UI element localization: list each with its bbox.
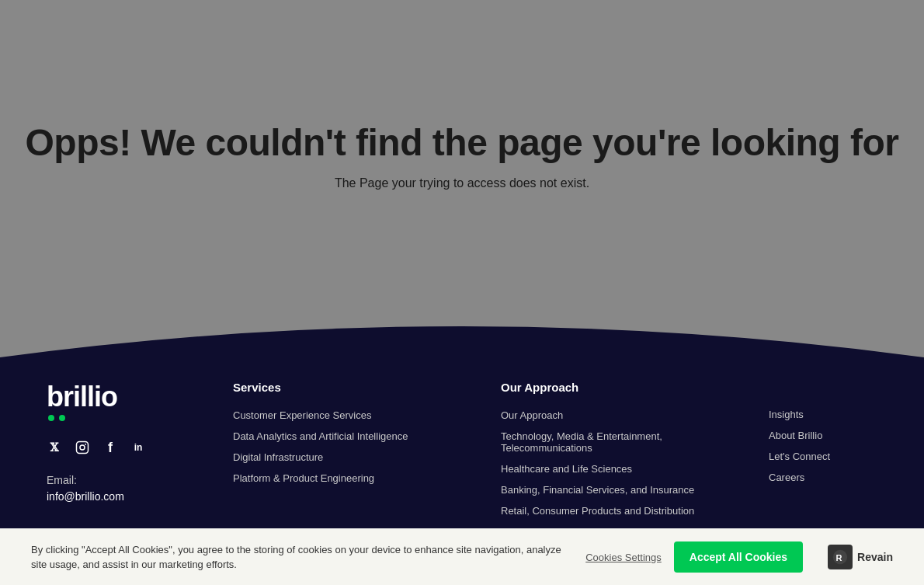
footer-link-healthcare[interactable]: Healthcare and Life Sciences xyxy=(501,463,738,475)
footer: brillio 𝕏 xyxy=(0,357,924,557)
logo-dots-row xyxy=(47,415,117,421)
error-page-main: Opps! We couldn't find the page you're l… xyxy=(0,0,924,295)
logo-dot-1 xyxy=(48,415,54,421)
footer-link-careers[interactable]: Careers xyxy=(769,472,877,483)
logo-block: brillio xyxy=(47,381,117,421)
footer-link-customer-experience[interactable]: Customer Experience Services xyxy=(233,409,470,421)
footer-services-col: Services Customer Experience Services Da… xyxy=(233,381,470,526)
footer-link-data-analytics[interactable]: Data Analytics and Artificial Intelligen… xyxy=(233,430,470,442)
footer-logo-col: brillio 𝕏 xyxy=(47,381,202,526)
footer-link-retail[interactable]: Retail, Consumer Products and Distributi… xyxy=(501,505,738,517)
brillio-logo[interactable]: brillio xyxy=(47,381,202,421)
revain-icon: R xyxy=(828,545,853,569)
revain-logo-svg: R xyxy=(832,548,849,566)
error-subtext: The Page your trying to access does not … xyxy=(335,176,589,190)
cookie-actions: Cookies Settings Accept All Cookies R Re… xyxy=(585,541,893,573)
cookie-text: By clicking "Accept All Cookies", you ag… xyxy=(31,542,575,573)
svg-text:R: R xyxy=(836,553,842,562)
footer-link-connect[interactable]: Let's Connect xyxy=(769,451,877,462)
linkedin-icon[interactable]: in xyxy=(130,440,146,455)
cookie-banner: By clicking "Accept All Cookies", you ag… xyxy=(0,528,924,585)
cookie-settings-button[interactable]: Cookies Settings xyxy=(585,552,662,563)
svg-rect-0 xyxy=(77,442,89,454)
footer-arch xyxy=(0,295,924,357)
footer-inner: brillio 𝕏 xyxy=(47,381,877,526)
revain-badge: R Revain xyxy=(828,545,893,569)
footer-link-insights[interactable]: Insights xyxy=(769,409,877,420)
email-link[interactable]: info@brillio.com xyxy=(47,490,124,503)
error-heading: Opps! We couldn't find the page you're l… xyxy=(26,121,899,164)
logo-row: brillio xyxy=(47,381,117,413)
footer-link-our-approach[interactable]: Our Approach xyxy=(501,409,738,421)
footer-link-about[interactable]: About Brillio xyxy=(769,430,877,441)
accept-all-cookies-button[interactable]: Accept All Cookies xyxy=(674,541,803,573)
footer-right-col: Insights About Brillio Let's Connect Car… xyxy=(769,381,877,526)
social-icons: 𝕏 f in xyxy=(47,440,202,455)
approach-title: Our Approach xyxy=(501,381,738,394)
email-label: Email: xyxy=(47,474,202,486)
right-links-spacer: Insights About Brillio Let's Connect Car… xyxy=(769,409,877,483)
footer-link-digital-infrastructure[interactable]: Digital Infrastructure xyxy=(233,451,470,463)
facebook-icon[interactable]: f xyxy=(102,440,118,455)
logo-text: brillio xyxy=(47,381,117,413)
footer-wrapper: brillio 𝕏 xyxy=(0,295,924,557)
twitter-icon[interactable]: 𝕏 xyxy=(47,440,62,455)
footer-link-banking[interactable]: Banking, Financial Services, and Insuran… xyxy=(501,484,738,496)
services-title: Services xyxy=(233,381,470,394)
svg-point-1 xyxy=(80,445,85,450)
footer-link-tech-media[interactable]: Technology, Media & Entertainment, Telec… xyxy=(501,430,738,454)
svg-point-2 xyxy=(85,444,86,445)
revain-text: Revain xyxy=(857,551,893,563)
logo-dot-2 xyxy=(59,415,65,421)
footer-approach-col: Our Approach Our Approach Technology, Me… xyxy=(501,381,738,526)
footer-link-platform-engineering[interactable]: Platform & Product Engineering xyxy=(233,472,470,484)
instagram-icon[interactable] xyxy=(75,440,90,455)
